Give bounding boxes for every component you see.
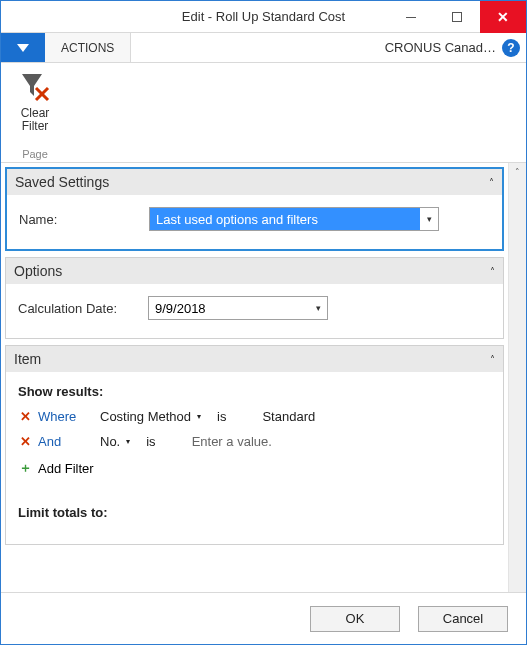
- vertical-scrollbar[interactable]: ˄: [508, 163, 526, 592]
- maximize-icon: [452, 12, 462, 22]
- window-frame: Edit - Roll Up Standard Cost ✕ ACTIONS C…: [0, 0, 527, 645]
- filter-operator: is: [146, 434, 155, 449]
- company-indicator: CRONUS Canad… ?: [385, 33, 526, 62]
- filter-conjunction[interactable]: And: [38, 434, 94, 449]
- section-header-item[interactable]: Item ˄: [6, 346, 503, 372]
- tab-actions[interactable]: ACTIONS: [45, 33, 131, 62]
- scroll-up-icon[interactable]: ˄: [509, 163, 526, 181]
- chevron-down-icon: [17, 44, 29, 52]
- company-name: CRONUS Canad…: [385, 40, 496, 55]
- maximize-button[interactable]: [434, 1, 480, 33]
- funnel-clear-icon: [18, 70, 52, 104]
- chevron-down-icon: ▾: [420, 214, 438, 224]
- tool-group-page: Clear Filter Page: [5, 69, 65, 160]
- filter-row: ✕ Where Costing Method ▾ is Standard: [18, 409, 491, 424]
- filter-field-dropdown[interactable]: Costing Method ▾: [100, 409, 201, 424]
- clear-filter-button[interactable]: [17, 69, 53, 105]
- ribbon-toolbar: Clear Filter Page: [1, 63, 526, 163]
- svg-marker-2: [17, 44, 29, 52]
- cancel-button[interactable]: Cancel: [418, 606, 508, 632]
- svg-rect-0: [406, 17, 416, 18]
- close-button[interactable]: ✕: [480, 1, 526, 33]
- footer: OK Cancel: [1, 592, 526, 644]
- clear-filter-label: Clear Filter: [21, 107, 50, 133]
- calc-date-label: Calculation Date:: [18, 301, 148, 316]
- body-content: Saved Settings ˄ Name: Last used options…: [1, 163, 508, 592]
- section-header-options[interactable]: Options ˄: [6, 258, 503, 284]
- name-combobox[interactable]: Last used options and filters ▾: [149, 207, 439, 231]
- filter-row: ✕ And No. ▾ is Enter a value.: [18, 434, 491, 449]
- remove-filter-icon[interactable]: ✕: [18, 409, 32, 424]
- chevron-down-icon: ▾: [126, 437, 130, 446]
- section-title-options: Options: [14, 263, 62, 279]
- help-icon[interactable]: ?: [502, 39, 520, 57]
- remove-filter-icon[interactable]: ✕: [18, 434, 32, 449]
- name-combobox-value: Last used options and filters: [150, 208, 420, 230]
- chevron-down-icon: ▾: [197, 412, 201, 421]
- filter-value-placeholder[interactable]: Enter a value.: [192, 434, 272, 449]
- section-options: Options ˄ Calculation Date: 9/9/2018 ▾: [5, 257, 504, 339]
- filter-operator: is: [217, 409, 226, 424]
- chevron-up-icon: ˄: [489, 177, 494, 188]
- section-saved-settings: Saved Settings ˄ Name: Last used options…: [5, 167, 504, 251]
- window-controls: ✕: [388, 1, 526, 32]
- limit-totals-label: Limit totals to:: [18, 505, 491, 520]
- add-filter-button[interactable]: ＋ Add Filter: [18, 459, 491, 477]
- name-label: Name:: [19, 212, 149, 227]
- chevron-down-icon: ▾: [309, 303, 327, 313]
- chevron-up-icon: ˄: [490, 354, 495, 365]
- minimize-button[interactable]: [388, 1, 434, 33]
- filter-field-dropdown[interactable]: No. ▾: [100, 434, 130, 449]
- minimize-icon: [406, 12, 416, 22]
- file-menu-dropdown[interactable]: [1, 33, 45, 62]
- filter-conjunction[interactable]: Where: [38, 409, 94, 424]
- ribbon-bar: ACTIONS CRONUS Canad… ?: [1, 33, 526, 63]
- window-title: Edit - Roll Up Standard Cost: [182, 9, 345, 24]
- section-item: Item ˄ Show results: ✕ Where Costing Met…: [5, 345, 504, 545]
- filter-value[interactable]: Standard: [262, 409, 315, 424]
- body-area: Saved Settings ˄ Name: Last used options…: [1, 163, 526, 592]
- close-icon: ✕: [497, 9, 509, 25]
- svg-rect-1: [453, 13, 462, 22]
- add-filter-label: Add Filter: [38, 461, 94, 476]
- section-header-saved-settings[interactable]: Saved Settings ˄: [7, 169, 502, 195]
- titlebar: Edit - Roll Up Standard Cost ✕: [1, 1, 526, 33]
- ok-button[interactable]: OK: [310, 606, 400, 632]
- calc-date-combobox[interactable]: 9/9/2018 ▾: [148, 296, 328, 320]
- show-results-label: Show results:: [18, 384, 491, 399]
- section-title-saved-settings: Saved Settings: [15, 174, 109, 190]
- chevron-up-icon: ˄: [490, 266, 495, 277]
- calc-date-value: 9/9/2018: [149, 297, 309, 319]
- section-title-item: Item: [14, 351, 41, 367]
- tool-section-label: Page: [5, 144, 65, 160]
- plus-icon: ＋: [18, 459, 32, 477]
